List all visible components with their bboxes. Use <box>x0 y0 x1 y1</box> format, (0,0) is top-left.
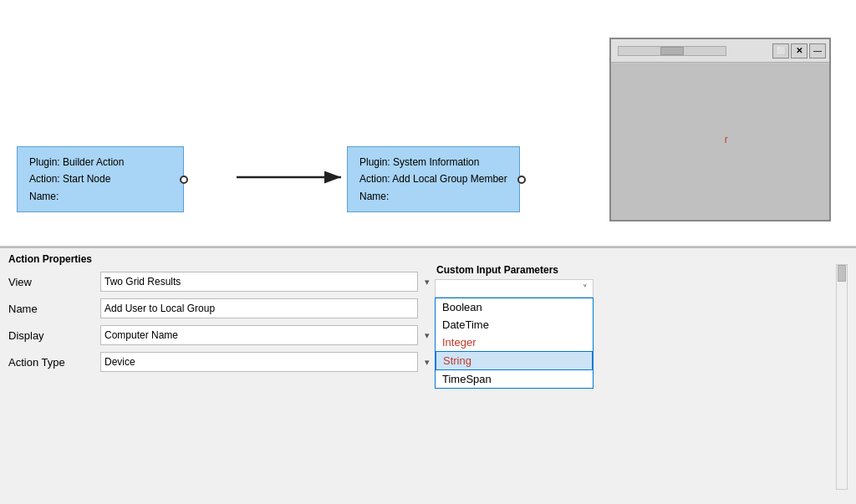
preview-content: r <box>611 64 829 220</box>
name-input[interactable] <box>100 298 418 318</box>
view-select[interactable]: Two Grid Results Single Grid List View <box>100 272 418 292</box>
preview-titlebar: ⬜ ✕ — <box>611 39 829 63</box>
node-right-plugin: Plugin: System Information <box>359 154 507 171</box>
view-label: View <box>8 276 100 288</box>
preview-cursor: r <box>725 134 728 145</box>
close-button-preview[interactable]: ✕ <box>791 43 808 59</box>
dropdown-chevron-icon: ˅ <box>583 283 588 294</box>
action-type-label: Action Type <box>8 356 100 369</box>
node-left-action: Action: Start Node <box>29 171 171 187</box>
params-item-timespan[interactable]: TimeSpan <box>436 370 593 388</box>
display-select[interactable]: Computer Name IP Address Host Name <box>100 325 418 345</box>
view-select-wrapper: Two Grid Results Single Grid List View <box>100 272 435 292</box>
display-label: Display <box>8 329 100 342</box>
flow-arrow <box>232 169 349 188</box>
custom-params-title: Custom Input Parameters <box>435 264 819 276</box>
connection-dot-left[interactable] <box>180 176 188 184</box>
restore-button[interactable]: ⬜ <box>772 43 789 59</box>
node-right[interactable]: Plugin: System Information Action: Add L… <box>347 146 520 212</box>
params-item-datetime[interactable]: DateTime <box>436 316 593 333</box>
action-type-select[interactable]: Device Service Application <box>100 352 418 372</box>
name-label: Name <box>8 303 100 315</box>
node-left-plugin: Plugin: Builder Action <box>29 154 171 171</box>
action-type-select-wrapper: Device Service Application <box>100 352 435 372</box>
params-dropdown-container: ˅ Boolean DateTime Integer String TimeSp… <box>435 279 594 298</box>
canvas-area: Plugin: Builder Action Action: Start Nod… <box>0 0 856 247</box>
params-dropdown-arrow[interactable]: ˅ <box>435 279 594 298</box>
node-left[interactable]: Plugin: Builder Action Action: Start Nod… <box>17 146 184 212</box>
preview-window: ⬜ ✕ — r <box>609 38 831 221</box>
params-list: Boolean DateTime Integer String TimeSpan <box>435 298 594 389</box>
scrollbar-thumb[interactable] <box>838 265 846 282</box>
scrollbar-right[interactable] <box>836 264 848 490</box>
connection-dot-right[interactable] <box>517 176 526 184</box>
display-select-wrapper: Computer Name IP Address Host Name <box>100 325 435 345</box>
node-right-name: Name: <box>359 188 507 205</box>
custom-params-section: Custom Input Parameters ˅ Boolean DateTi… <box>435 264 819 298</box>
node-right-action: Action: Add Local Group Member <box>359 171 507 187</box>
params-item-integer[interactable]: Integer <box>436 333 593 351</box>
node-left-name: Name: <box>29 188 171 205</box>
minimize-button[interactable]: — <box>809 43 826 59</box>
arrow-svg <box>232 169 349 186</box>
params-item-string[interactable]: String <box>436 351 593 370</box>
params-item-boolean[interactable]: Boolean <box>436 298 593 316</box>
